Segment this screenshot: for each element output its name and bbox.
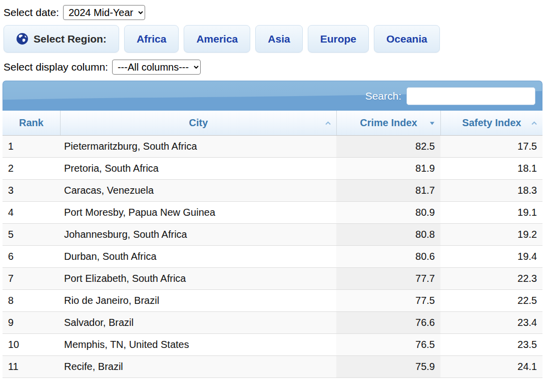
table-row[interactable]: 6 Durban, South Africa 80.6 19.4 bbox=[3, 246, 542, 268]
crime-index-cell: 77.7 bbox=[336, 268, 440, 289]
select-display-column-row: Select display column: ---All columns--- bbox=[4, 60, 554, 75]
rank-cell: 5 bbox=[3, 224, 60, 245]
crime-index-cell: 81.7 bbox=[336, 180, 440, 201]
city-cell: Recife, Brazil bbox=[60, 356, 336, 377]
region-button-asia[interactable]: Asia bbox=[255, 25, 302, 53]
safety-index-cell: 19.4 bbox=[440, 246, 542, 267]
safety-index-cell: 18.1 bbox=[440, 158, 542, 179]
city-cell: Salvador, Brazil bbox=[60, 312, 336, 333]
region-button-europe[interactable]: Europe bbox=[308, 25, 369, 53]
rank-cell: 8 bbox=[3, 290, 60, 311]
search-input[interactable] bbox=[406, 87, 535, 105]
table-row[interactable]: 3 Caracas, Venezuela 81.7 18.3 bbox=[3, 180, 542, 202]
safety-index-cell: 23.5 bbox=[440, 334, 542, 355]
rank-cell: 3 bbox=[3, 180, 60, 201]
select-region-label: Select Region: bbox=[34, 33, 107, 45]
crime-index-cell: 77.5 bbox=[336, 290, 440, 311]
safety-index-cell: 18.3 bbox=[440, 180, 542, 201]
table-toolbar: Search: bbox=[3, 81, 542, 111]
safety-index-cell: 22.3 bbox=[440, 268, 542, 289]
rank-cell: 1 bbox=[3, 136, 60, 157]
table-row[interactable]: 11 Recife, Brazil 75.9 24.1 bbox=[3, 356, 542, 378]
region-button-oceania[interactable]: Oceania bbox=[374, 25, 440, 53]
region-button-america[interactable]: America bbox=[184, 25, 250, 53]
crime-index-cell: 81.9 bbox=[336, 158, 440, 179]
select-date-dropdown[interactable]: 2024 Mid-Year bbox=[63, 5, 145, 20]
column-header-safety-index[interactable]: Safety Index bbox=[440, 111, 542, 135]
display-column-dropdown[interactable]: ---All columns--- bbox=[112, 60, 201, 75]
city-cell: Durban, South Africa bbox=[60, 246, 336, 267]
table-row[interactable]: 2 Pretoria, South Africa 81.9 18.1 bbox=[3, 158, 542, 180]
table-body: 1 Pietermaritzburg, South Africa 82.5 17… bbox=[3, 136, 542, 378]
sort-asc-icon bbox=[531, 121, 537, 125]
crime-index-cell: 82.5 bbox=[336, 136, 440, 157]
crime-index-cell: 76.6 bbox=[336, 312, 440, 333]
city-cell: Memphis, TN, United States bbox=[60, 334, 336, 355]
table-row[interactable]: 9 Salvador, Brazil 76.6 23.4 bbox=[3, 312, 542, 334]
select-date-row: Select date: 2024 Mid-Year bbox=[4, 5, 554, 20]
crime-index-table: Search: Rank City Crime Index Safety I bbox=[3, 81, 542, 378]
city-cell: Port Elizabeth, South Africa bbox=[60, 268, 336, 289]
column-header-crime-index[interactable]: Crime Index bbox=[336, 111, 440, 135]
rank-cell: 11 bbox=[3, 356, 60, 377]
crime-index-cell: 75.9 bbox=[336, 356, 440, 377]
page: Select date: 2024 Mid-Year Select Region… bbox=[0, 0, 554, 378]
region-button-africa[interactable]: Africa bbox=[124, 25, 179, 53]
city-cell: Johannesburg, South Africa bbox=[60, 224, 336, 245]
select-display-column-label: Select display column: bbox=[4, 61, 108, 73]
table-row[interactable]: 8 Rio de Janeiro, Brazil 77.5 22.5 bbox=[3, 290, 542, 312]
safety-index-cell: 17.5 bbox=[440, 136, 542, 157]
city-cell: Pietermaritzburg, South Africa bbox=[60, 136, 336, 157]
table-row[interactable]: 10 Memphis, TN, United States 76.5 23.5 bbox=[3, 334, 542, 356]
table-row[interactable]: 1 Pietermaritzburg, South Africa 82.5 17… bbox=[3, 136, 542, 158]
table-row[interactable]: 4 Port Moresby, Papua New Guinea 80.9 19… bbox=[3, 202, 542, 224]
table-row[interactable]: 5 Johannesburg, South Africa 80.8 19.2 bbox=[3, 224, 542, 246]
table-row[interactable]: 7 Port Elizabeth, South Africa 77.7 22.3 bbox=[3, 268, 542, 290]
sort-desc-icon bbox=[429, 121, 435, 125]
rank-cell: 9 bbox=[3, 312, 60, 333]
select-date-label: Select date: bbox=[4, 7, 59, 19]
rank-cell: 4 bbox=[3, 202, 60, 223]
crime-index-cell: 76.5 bbox=[336, 334, 440, 355]
city-cell: Pretoria, South Africa bbox=[60, 158, 336, 179]
search-label: Search: bbox=[365, 90, 401, 102]
rank-cell: 7 bbox=[3, 268, 60, 289]
column-header-city[interactable]: City bbox=[60, 111, 336, 135]
table-header-row: Rank City Crime Index Safety Index bbox=[3, 111, 542, 136]
city-cell: Caracas, Venezuela bbox=[60, 180, 336, 201]
select-region-button[interactable]: Select Region: bbox=[4, 25, 119, 53]
safety-index-cell: 19.1 bbox=[440, 202, 542, 223]
region-button-row: Select Region: Africa America Asia Europ… bbox=[4, 25, 554, 53]
safety-index-cell: 22.5 bbox=[440, 290, 542, 311]
rank-cell: 2 bbox=[3, 158, 60, 179]
crime-index-cell: 80.9 bbox=[336, 202, 440, 223]
city-cell: Rio de Janeiro, Brazil bbox=[60, 290, 336, 311]
safety-index-cell: 24.1 bbox=[440, 356, 542, 377]
column-header-rank[interactable]: Rank bbox=[3, 111, 60, 135]
crime-index-cell: 80.8 bbox=[336, 224, 440, 245]
crime-index-cell: 80.6 bbox=[336, 246, 440, 267]
globe-icon bbox=[16, 33, 29, 45]
rank-cell: 10 bbox=[3, 334, 60, 355]
city-cell: Port Moresby, Papua New Guinea bbox=[60, 202, 336, 223]
rank-cell: 6 bbox=[3, 246, 60, 267]
sort-asc-icon bbox=[325, 121, 331, 125]
safety-index-cell: 19.2 bbox=[440, 224, 542, 245]
safety-index-cell: 23.4 bbox=[440, 312, 542, 333]
